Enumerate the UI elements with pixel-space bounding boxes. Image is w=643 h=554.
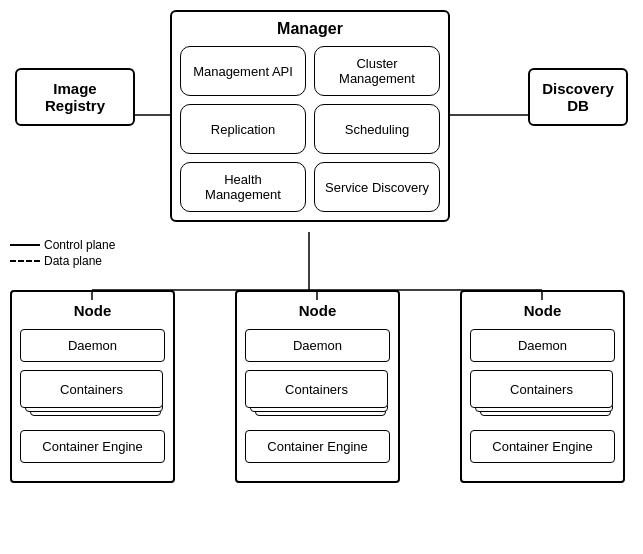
manager-box: Manager Management API Cluster Managemen… (170, 10, 450, 222)
control-plane-label: Control plane (44, 238, 115, 252)
node-3-title: Node (470, 302, 615, 319)
image-registry-label: Image Registry (45, 80, 105, 114)
node-1-title: Node (20, 302, 165, 319)
legend: Control plane Data plane (10, 238, 115, 270)
node-3-box: Node Daemon Containers Container Engine (460, 290, 625, 483)
health-management-cell: Health Management (180, 162, 306, 212)
service-discovery-cell: Service Discovery (314, 162, 440, 212)
control-plane-legend: Control plane (10, 238, 115, 252)
scheduling-cell: Scheduling (314, 104, 440, 154)
data-plane-legend: Data plane (10, 254, 115, 268)
node-2-containers-stack: Containers (245, 370, 390, 422)
node-2-container-engine: Container Engine (245, 430, 390, 463)
discovery-db-label: Discovery DB (542, 80, 614, 114)
image-registry-box: Image Registry (15, 68, 135, 126)
node-2-containers: Containers (245, 370, 388, 408)
data-plane-label: Data plane (44, 254, 102, 268)
management-api-cell: Management API (180, 46, 306, 96)
node-1-box: Node Daemon Containers Container Engine (10, 290, 175, 483)
manager-grid: Management API Cluster Management Replic… (180, 46, 440, 212)
node-1-containers-stack: Containers (20, 370, 165, 422)
data-plane-line (10, 260, 40, 262)
node-1-container-engine: Container Engine (20, 430, 165, 463)
discovery-db-box: Discovery DB (528, 68, 628, 126)
node-3-containers-stack: Containers (470, 370, 615, 422)
node-3-container-engine: Container Engine (470, 430, 615, 463)
node-3-containers: Containers (470, 370, 613, 408)
node-2-title: Node (245, 302, 390, 319)
node-3-daemon: Daemon (470, 329, 615, 362)
node-1-daemon: Daemon (20, 329, 165, 362)
architecture-diagram: Image Registry Manager Management API Cl… (0, 0, 643, 554)
cluster-management-cell: Cluster Management (314, 46, 440, 96)
node-2-daemon: Daemon (245, 329, 390, 362)
node-2-box: Node Daemon Containers Container Engine (235, 290, 400, 483)
control-plane-line (10, 244, 40, 246)
node-1-containers: Containers (20, 370, 163, 408)
replication-cell: Replication (180, 104, 306, 154)
manager-title: Manager (180, 20, 440, 38)
